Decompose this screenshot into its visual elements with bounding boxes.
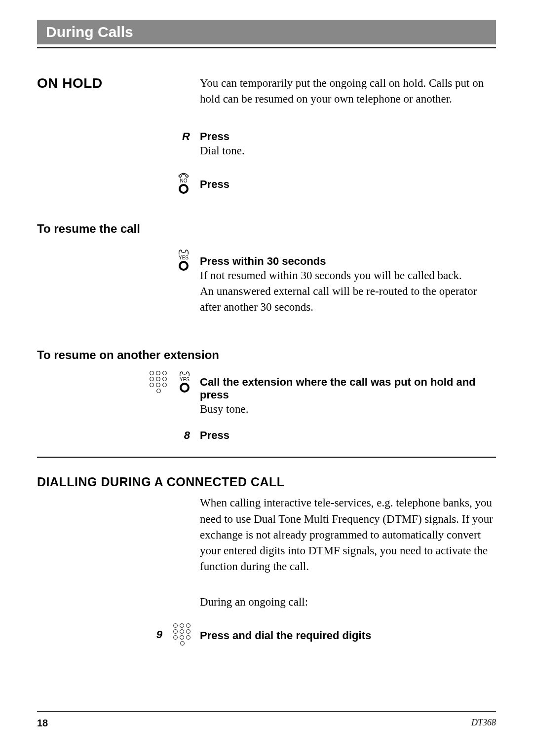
handset-icon bbox=[177, 172, 190, 178]
resume-action: Press within 30 seconds bbox=[200, 255, 496, 268]
keypad-icon bbox=[173, 623, 191, 646]
onhold-step1-row: R Press Dial tone. bbox=[37, 130, 496, 159]
onhold-step2-action: Press bbox=[200, 178, 496, 191]
resume-heading: To resume the call bbox=[37, 222, 496, 236]
dialling-context-row: During an ongoing call: bbox=[37, 594, 496, 610]
handset-icon bbox=[178, 371, 191, 377]
no-label: NO bbox=[180, 179, 188, 183]
resume-other-step2-action: Press bbox=[200, 429, 496, 442]
resume-other-action: Call the extension where the call was pu… bbox=[200, 376, 496, 401]
page-number: 18 bbox=[37, 718, 48, 729]
header-bar: During Calls bbox=[37, 20, 496, 44]
resume-step-row: YES Press within 30 seconds If not resum… bbox=[37, 248, 496, 316]
header-underline bbox=[37, 47, 496, 48]
yes-label: YES bbox=[179, 255, 189, 260]
page-footer: 18 DT368 bbox=[37, 711, 496, 729]
circle-ring-icon bbox=[180, 383, 190, 393]
resume-other-note: Busy tone. bbox=[200, 401, 496, 417]
circle-ring-icon bbox=[179, 261, 189, 271]
onhold-intro-text: You can temporarily put the ongoing call… bbox=[200, 75, 496, 107]
onhold-step1-note: Dial tone. bbox=[200, 143, 496, 159]
section-divider bbox=[37, 457, 496, 458]
resume-other-heading: To resume on another extension bbox=[37, 348, 496, 362]
header-title: During Calls bbox=[46, 24, 133, 40]
no-button-icon: NO bbox=[177, 172, 190, 194]
dialling-step-row: 9 Press and dial the required digits bbox=[37, 623, 496, 646]
resume-other-step2-row: 8 Press bbox=[37, 429, 496, 442]
yes-button-icon: YES bbox=[177, 249, 190, 271]
model-number: DT368 bbox=[471, 718, 496, 729]
onhold-step1-action: Press bbox=[200, 130, 496, 143]
dialling-heading-row: DIALLING DURING A CONNECTED CALL bbox=[37, 475, 496, 489]
handset-icon bbox=[177, 249, 190, 255]
onhold-intro-row: ON HOLD You can temporarily put the ongo… bbox=[37, 75, 496, 107]
resume-note1: If not resumed within 30 seconds you wil… bbox=[200, 268, 496, 284]
r-key-label: R bbox=[182, 130, 190, 143]
resume-other-heading-row: To resume on another extension bbox=[37, 348, 496, 362]
resume-other-step1-row: YES Call the extension where the call wa… bbox=[37, 371, 496, 417]
onhold-heading: ON HOLD bbox=[37, 75, 170, 91]
dialling-heading: DIALLING DURING A CONNECTED CALL bbox=[37, 475, 496, 489]
resume-heading-row: To resume the call bbox=[37, 222, 496, 236]
digit-9-label: 9 bbox=[156, 628, 162, 641]
dialling-intro-text: When calling interactive tele-services, … bbox=[200, 495, 496, 575]
yes-button-icon: YES bbox=[178, 371, 191, 393]
circle-ring-icon bbox=[179, 184, 189, 194]
dialling-step-action: Press and dial the required digits bbox=[200, 629, 496, 642]
digit-8-label: 8 bbox=[184, 429, 190, 441]
dialling-context-text: During an ongoing call: bbox=[200, 594, 496, 610]
onhold-step2-row: NO Press bbox=[37, 171, 496, 194]
dialling-intro-row: When calling interactive tele-services, … bbox=[37, 495, 496, 575]
resume-note2: An unanswered external call will be re-r… bbox=[200, 284, 496, 315]
yes-label: YES bbox=[180, 377, 190, 382]
keypad-icon bbox=[150, 371, 167, 393]
